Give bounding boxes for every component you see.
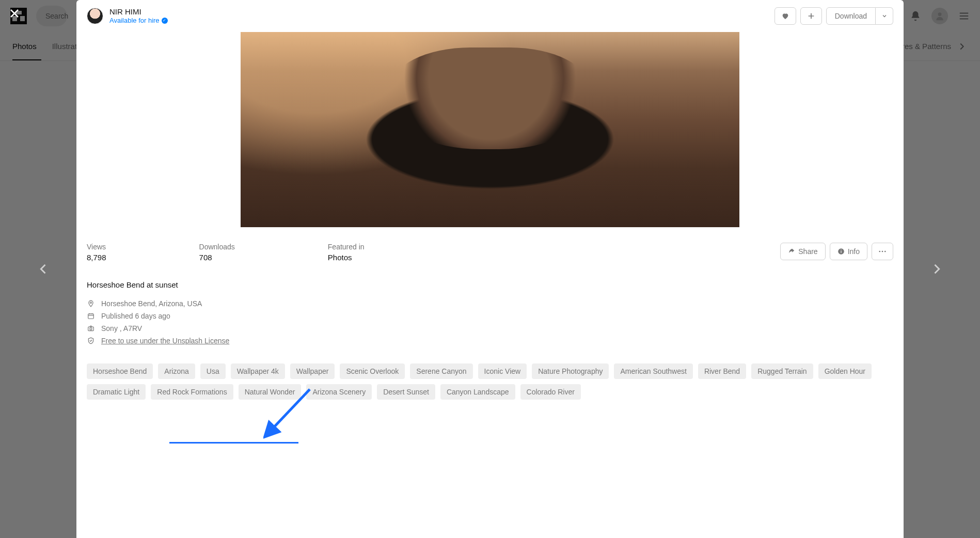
meta-published: Published 6 days ago <box>87 312 893 320</box>
download-options-button[interactable] <box>876 7 893 25</box>
tag[interactable]: Serene Canyon <box>410 363 472 379</box>
tag[interactable]: Wallpaper 4k <box>231 363 285 379</box>
svg-rect-18 <box>88 314 94 319</box>
published-text: Published 6 days ago <box>101 312 170 320</box>
meta-license: Free to use under the Unsplash License <box>87 337 893 345</box>
svg-point-15 <box>882 251 883 252</box>
license-link[interactable]: Unsplash License <box>172 337 230 345</box>
calendar-icon <box>87 312 95 320</box>
location-text: Horseshoe Bend, Arizona, USA <box>101 299 202 308</box>
tag[interactable]: Scenic Overlook <box>340 363 405 379</box>
stat-downloads: Downloads 708 <box>199 243 235 262</box>
photo-description: Horseshoe Bend at sunset <box>87 267 893 299</box>
tag[interactable]: Horseshoe Bend <box>87 363 153 379</box>
share-icon <box>788 248 795 255</box>
meta-location[interactable]: Horseshoe Bend, Arizona, USA <box>87 299 893 308</box>
stat-featured: Featured in Photos <box>328 243 365 262</box>
verified-icon: ✓ <box>162 18 168 24</box>
author-hire-link[interactable]: Available for hire ✓ <box>109 17 168 25</box>
stats-actions: Share Info <box>780 243 893 260</box>
modal-header-actions: Download <box>774 7 893 25</box>
tag[interactable]: Desert Sunset <box>377 384 435 400</box>
license-prefix: Free to use under the <box>101 337 172 345</box>
chevron-right-icon <box>929 262 944 276</box>
next-photo-button[interactable] <box>924 257 949 281</box>
tag[interactable]: Colorado River <box>520 384 581 400</box>
download-button[interactable]: Download <box>826 7 876 25</box>
author-avatar[interactable] <box>87 8 103 24</box>
chevron-down-icon <box>881 13 888 19</box>
close-icon <box>8 7 21 20</box>
photo-image[interactable] <box>241 32 739 227</box>
tag[interactable]: Dramatic Light <box>87 384 146 400</box>
svg-rect-22 <box>88 327 94 331</box>
svg-point-14 <box>879 251 880 252</box>
svg-point-23 <box>90 328 92 330</box>
photo-modal: NIR HIMI Available for hire ✓ Download <box>76 0 904 538</box>
svg-rect-12 <box>841 251 841 253</box>
author-name[interactable]: NIR HIMI <box>109 7 168 17</box>
plus-icon <box>807 12 815 20</box>
camera-text: Sony , A7RV <box>101 324 142 333</box>
tag[interactable]: River Bend <box>698 363 746 379</box>
tag[interactable]: Rugged Terrain <box>751 363 813 379</box>
modal-body: Views 8,798 Downloads 708 Featured in Ph… <box>76 32 904 538</box>
author-block: NIR HIMI Available for hire ✓ <box>109 7 168 25</box>
tag[interactable]: Nature Photography <box>532 363 609 379</box>
svg-point-13 <box>841 249 842 250</box>
tag[interactable]: Iconic View <box>478 363 527 379</box>
map-pin-icon <box>87 300 95 307</box>
tag[interactable]: American Southwest <box>614 363 692 379</box>
license-text: Free to use under the Unsplash License <box>101 337 229 345</box>
tag[interactable]: Arizona Scenery <box>306 384 372 400</box>
share-label: Share <box>798 247 817 256</box>
dots-icon <box>878 247 887 256</box>
meta-camera: Sony , A7RV <box>87 324 893 333</box>
annotation-underline <box>169 442 298 444</box>
tag[interactable]: Golden Hour <box>818 363 872 379</box>
add-to-collection-button[interactable] <box>800 7 822 25</box>
like-button[interactable] <box>774 7 796 25</box>
tag[interactable]: Red Rock Formations <box>151 384 233 400</box>
views-label: Views <box>87 243 106 251</box>
tag-list: Horseshoe BendArizonaUsaWallpaper 4kWall… <box>87 345 893 400</box>
hero-wrap <box>87 32 893 227</box>
tag[interactable]: Wallpaper <box>290 363 335 379</box>
shield-icon <box>87 337 95 344</box>
tag[interactable]: Canyon Landscape <box>440 384 515 400</box>
featured-label: Featured in <box>328 243 365 251</box>
more-actions-button[interactable] <box>872 243 893 260</box>
featured-value[interactable]: Photos <box>328 253 365 262</box>
svg-point-17 <box>90 302 92 304</box>
info-button[interactable]: Info <box>830 243 867 260</box>
meta-list: Horseshoe Bend, Arizona, USA Published 6… <box>87 299 893 345</box>
share-button[interactable]: Share <box>780 243 825 260</box>
tag[interactable]: Arizona <box>158 363 195 379</box>
info-icon <box>837 248 845 255</box>
prev-photo-button[interactable] <box>31 257 56 281</box>
download-group: Download <box>826 7 893 25</box>
downloads-value: 708 <box>199 253 235 262</box>
downloads-label: Downloads <box>199 243 235 251</box>
author-hire-label: Available for hire <box>109 17 160 25</box>
heart-icon <box>781 12 789 20</box>
stats-row: Views 8,798 Downloads 708 Featured in Ph… <box>87 227 893 267</box>
chevron-left-icon <box>36 262 51 276</box>
tag[interactable]: Usa <box>200 363 226 379</box>
stat-views: Views 8,798 <box>87 243 106 262</box>
info-label: Info <box>848 247 860 256</box>
tag[interactable]: Natural Wonder <box>239 384 302 400</box>
camera-icon <box>87 325 95 332</box>
svg-point-16 <box>884 251 886 252</box>
close-button[interactable] <box>8 7 21 20</box>
modal-header: NIR HIMI Available for hire ✓ Download <box>76 0 904 32</box>
views-value: 8,798 <box>87 253 106 262</box>
